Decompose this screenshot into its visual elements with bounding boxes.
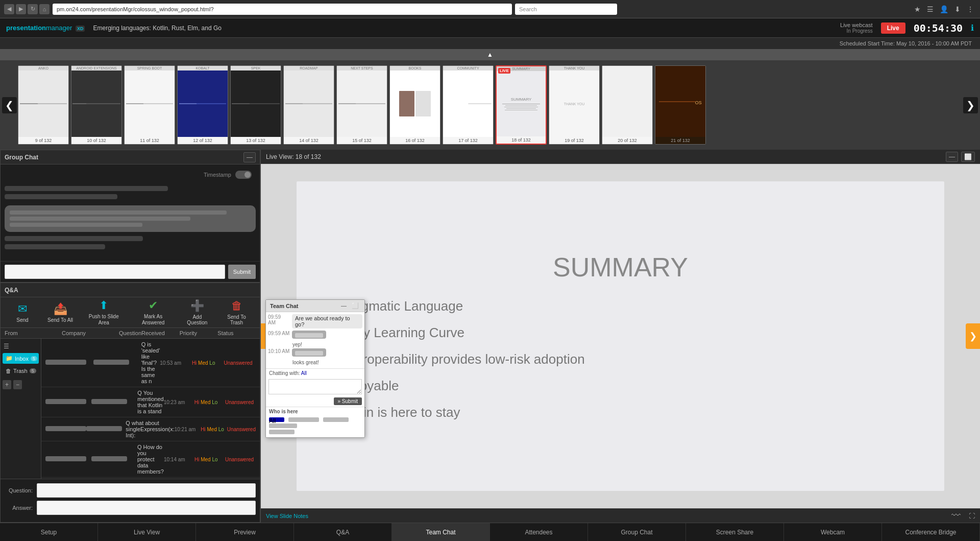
- slide-thumb-15[interactable]: NEXT STEPS 15 of 132: [336, 65, 387, 145]
- answer-label: Answer:: [5, 505, 33, 511]
- slide-thumb-19[interactable]: THANK YOU THANK YOU 19 of 132: [549, 65, 600, 145]
- send-to-trash-label: Send To Trash: [220, 314, 253, 325]
- qa-send-to-all-button[interactable]: 📤 Send To All: [42, 300, 78, 325]
- team-chat-compose[interactable]: [268, 379, 362, 394]
- live-view-minimize[interactable]: —: [946, 152, 958, 162]
- table-row[interactable]: Q How do you protect data members? 10:14…: [41, 441, 260, 478]
- add-folder-button[interactable]: +: [3, 380, 11, 389]
- tab-setup[interactable]: Setup: [0, 523, 98, 541]
- who-name-link[interactable]: All: [269, 417, 284, 422]
- slide-thumb-14[interactable]: ROADMAP 14 of 132: [283, 65, 334, 145]
- back-button[interactable]: ◀: [4, 4, 14, 14]
- tc-maximize-button[interactable]: ⬜: [350, 302, 360, 309]
- list-item: 10:10 AM: [268, 348, 362, 357]
- presentation-title: Emerging languages: Kotlin, Rust, Elm, a…: [93, 25, 221, 32]
- view-slide-notes-link[interactable]: View Slide Notes: [266, 513, 308, 519]
- group-chat-minimize[interactable]: —: [243, 152, 256, 162]
- chatting-all-link[interactable]: All: [301, 370, 307, 376]
- main-layout: Group Chat — Timestamp: [0, 150, 980, 523]
- slide-thumb-9[interactable]: ANKO 9 of 132: [18, 65, 69, 145]
- tab-preview[interactable]: Preview: [196, 523, 294, 541]
- sidebar-toggle[interactable]: ☰: [3, 342, 39, 351]
- collapse-bar[interactable]: ▲: [0, 49, 980, 60]
- tab-team-chat[interactable]: Team Chat: [392, 523, 490, 541]
- slide-thumb-21[interactable]: OS 21 of 132: [655, 65, 706, 145]
- slide-thumb-16[interactable]: BOOKS 16 of 132: [389, 65, 440, 145]
- menu-icon[interactable]: ⋮: [965, 4, 976, 14]
- slide-strip: ❮ ANKO 9 of 132 ANDROID EXTENSIONS 10 of…: [0, 60, 980, 150]
- who-name: [323, 417, 349, 422]
- reload-button[interactable]: ↻: [28, 4, 38, 14]
- qa-send-button[interactable]: ✉ Send: [5, 300, 40, 325]
- chat-input-row: Submit: [1, 261, 260, 282]
- bookmark-icon[interactable]: ★: [912, 4, 923, 14]
- slide-next-button[interactable]: ❯: [966, 323, 980, 349]
- user-icon[interactable]: 👤: [938, 4, 950, 14]
- qa-folder-inbox[interactable]: 📁 Inbox 5: [3, 353, 39, 364]
- tab-live-view[interactable]: Live View: [98, 523, 196, 541]
- slides-container: ANKO 9 of 132 ANDROID EXTENSIONS 10 of 1…: [17, 63, 963, 147]
- row-from: [45, 399, 91, 405]
- table-row[interactable]: Q You mentioned that Kotlin is a stand 1…: [41, 387, 260, 417]
- settings-icon[interactable]: ☰: [925, 4, 936, 14]
- row-received: 10:14 am: [164, 457, 194, 462]
- expand-icon[interactable]: ⛶: [969, 512, 975, 520]
- slide-bullets: Pragmatic Language Easy Learning Curve I…: [327, 298, 913, 420]
- qa-send-to-trash-button[interactable]: 🗑 Send To Trash: [217, 297, 256, 327]
- remove-folder-button[interactable]: −: [13, 380, 22, 389]
- qa-add-question-button[interactable]: ➕ Add Question: [179, 297, 215, 327]
- row-status: Unanswered: [225, 399, 256, 405]
- qa-push-to-slide-button[interactable]: ⬆ Push to Slide Area: [80, 297, 128, 328]
- team-chat-submit[interactable]: » Submit: [334, 397, 362, 405]
- slide-thumb-11[interactable]: SPRING BOOT 11 of 132: [124, 65, 175, 145]
- chatting-with: Chatting with: All: [266, 368, 364, 378]
- next-slide-button[interactable]: ❯: [963, 97, 978, 113]
- row-priority: Hi Med Lo: [194, 457, 225, 462]
- who-is-here-list: All: [266, 416, 364, 437]
- row-company: [91, 399, 137, 405]
- group-chat-body: Timestamp: [1, 164, 260, 261]
- table-row[interactable]: Q what about singleExpression(x: Int): 1…: [41, 417, 260, 441]
- slide-thumb-13[interactable]: SPEK 13 of 132: [230, 65, 281, 145]
- live-view-restore[interactable]: ⬜: [961, 152, 975, 162]
- forward-button[interactable]: ▶: [16, 4, 26, 14]
- url-bar[interactable]: pm.on24.com/presentationMgr/colossus_win…: [53, 4, 512, 15]
- tab-screen-share[interactable]: Screen Share: [686, 523, 784, 541]
- timestamp-toggle[interactable]: [235, 171, 252, 179]
- tc-minimize-button[interactable]: —: [339, 302, 348, 309]
- group-chat-input[interactable]: [5, 265, 225, 279]
- msg-text: [292, 348, 326, 357]
- tab-group-chat[interactable]: Group Chat: [588, 523, 686, 541]
- group-chat-submit[interactable]: Submit: [228, 265, 256, 279]
- question-input[interactable]: [37, 483, 256, 498]
- tab-attendees[interactable]: Attendees: [490, 523, 588, 541]
- answer-input[interactable]: [37, 501, 256, 515]
- tab-qa[interactable]: Q&A: [294, 523, 392, 541]
- browser-chrome: ◀ ▶ ↻ ⌂ pm.on24.com/presentationMgr/colo…: [0, 0, 980, 18]
- row-company: [86, 426, 126, 432]
- send-label: Send: [16, 317, 28, 323]
- slide-thumb-12[interactable]: KOBALT 12 of 132: [177, 65, 228, 145]
- logo-xd: XD: [76, 26, 85, 32]
- list-item: 09:59 AM Are we about ready to go?: [268, 314, 362, 328]
- slide-thumb-18[interactable]: SUMMARY SUMMARY 18 of 132: [496, 65, 547, 145]
- browser-actions: ★ ☰ 👤 ⬇ ⋮: [912, 4, 976, 14]
- slide-thumb-17[interactable]: COMMUNITY 17 of 132: [443, 65, 494, 145]
- tc-submit-row: » Submit: [266, 396, 364, 407]
- qa-sidebar: ☰ 📁 Inbox 5 🗑 Trash 5 + −: [1, 339, 41, 479]
- qa-folder-trash[interactable]: 🗑 Trash 5: [3, 366, 39, 376]
- slide-thumb-10[interactable]: ANDROID EXTENSIONS 10 of 132: [71, 65, 122, 145]
- search-bar[interactable]: Search: [515, 4, 617, 15]
- table-row[interactable]: Q is 'sealed' like 'final'? Is the same …: [41, 339, 260, 387]
- tab-webcam[interactable]: Webcam: [784, 523, 882, 541]
- info-icon[interactable]: ℹ: [971, 23, 974, 33]
- slide-thumb-20[interactable]: 20 of 132: [602, 65, 653, 145]
- home-button[interactable]: ⌂: [39, 4, 50, 14]
- qa-mark-answered-button[interactable]: ✔ Mark As Answered: [130, 297, 177, 328]
- tab-conference-bridge[interactable]: Conference Bridge: [882, 523, 980, 541]
- prev-slide-button[interactable]: ❮: [2, 97, 17, 113]
- group-chat-header: Group Chat —: [1, 150, 260, 164]
- install-icon[interactable]: ⬇: [952, 4, 963, 14]
- live-button[interactable]: Live: [881, 22, 905, 34]
- browser-nav-buttons: ◀ ▶ ↻ ⌂: [4, 4, 50, 14]
